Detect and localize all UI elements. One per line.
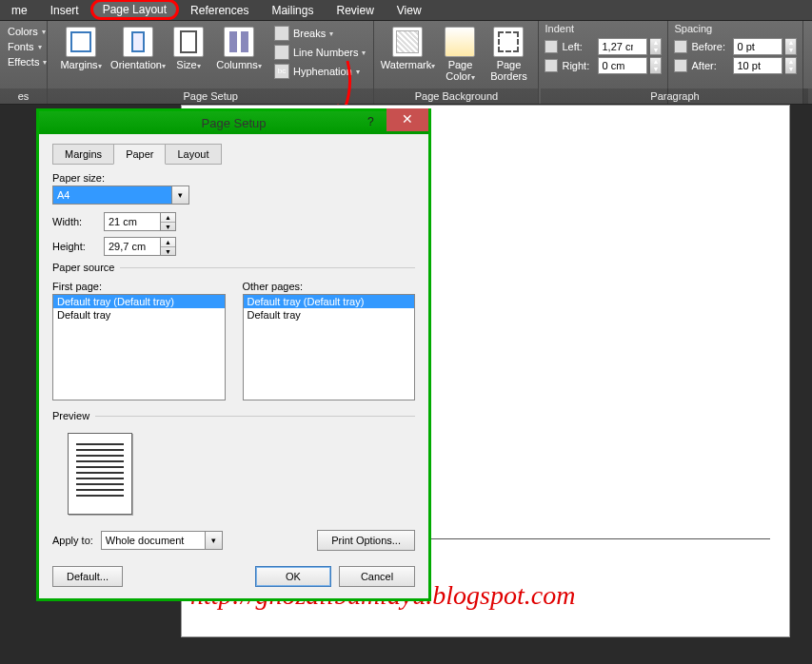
page-setup-group-label: Page Setup	[48, 88, 373, 104]
indent-left-input[interactable]	[598, 38, 647, 55]
print-options-button[interactable]: Print Options...	[317, 530, 415, 551]
size-icon	[173, 27, 204, 57]
list-item[interactable]: Default tray	[244, 308, 415, 322]
tab-references[interactable]: References	[179, 1, 260, 20]
paper-size-combo[interactable]	[52, 186, 172, 205]
paper-size-dropdown[interactable]: ▾	[172, 186, 189, 205]
spacing-after-spinner[interactable]: ▲▼	[785, 57, 797, 74]
height-input[interactable]	[104, 237, 161, 256]
spacing-after-label: After:	[691, 60, 729, 71]
breaks-button[interactable]: Breaks ▾	[272, 25, 367, 42]
columns-icon	[224, 27, 254, 57]
spacing-before-label: Before:	[691, 41, 729, 52]
tab-insert[interactable]: Insert	[39, 1, 90, 20]
other-pages-label: Other pages:	[243, 281, 416, 292]
themes-group-label: es	[0, 88, 47, 104]
default-button[interactable]: Default...	[52, 566, 123, 587]
dropdown-icon: ▾	[38, 43, 42, 51]
indent-right-label: Right:	[562, 60, 594, 71]
width-spinner[interactable]: ▲▼	[161, 212, 176, 231]
dialog-title: Page Setup	[202, 116, 267, 130]
theme-effects-button[interactable]: Effects▾	[6, 55, 41, 68]
spacing-after-input[interactable]	[733, 57, 782, 74]
tab-home[interactable]: me	[0, 1, 39, 20]
page-color-icon	[445, 27, 475, 57]
orientation-button[interactable]: Orientation▾	[110, 25, 166, 70]
indent-left-label: Left:	[562, 41, 594, 52]
preview-legend: Preview	[52, 410, 95, 421]
paper-source-legend: Paper source	[52, 262, 120, 273]
hyphenation-icon: bc	[274, 64, 289, 79]
watermark-button[interactable]: Watermark▾	[380, 25, 435, 70]
paragraph-group-label: Paragraph	[541, 88, 808, 104]
tab-view[interactable]: View	[386, 1, 433, 20]
width-input[interactable]	[104, 212, 161, 231]
page-background-group-label: Page Background	[374, 88, 538, 104]
dialog-tab-margins[interactable]: Margins	[52, 144, 114, 165]
indent-right-icon	[545, 59, 558, 72]
spacing-before-input[interactable]	[733, 38, 782, 55]
margins-icon	[66, 27, 96, 57]
ok-button[interactable]: OK	[255, 566, 331, 587]
size-button[interactable]: Size▾	[168, 25, 209, 70]
hyphenation-button[interactable]: bcHyphenation ▾	[272, 63, 367, 80]
list-item[interactable]: Default tray	[53, 308, 225, 322]
page-color-button[interactable]: Page Color▾	[437, 25, 483, 82]
dialog-help-button[interactable]: ?	[367, 115, 385, 132]
spacing-before-spinner[interactable]: ▲▼	[785, 38, 797, 55]
indent-title: Indent	[545, 23, 574, 34]
orientation-icon	[123, 27, 153, 57]
spacing-after-icon	[674, 59, 687, 72]
indent-right-spinner[interactable]: ▲▼	[650, 57, 662, 74]
width-label: Width:	[52, 216, 96, 227]
page-setup-dialog: Page Setup ? ✕ Margins Paper Layout Pape…	[36, 108, 431, 601]
indent-left-spinner[interactable]: ▲▼	[650, 38, 662, 55]
apply-to-combo[interactable]	[101, 531, 206, 550]
list-item[interactable]: Default tray (Default tray)	[53, 295, 225, 308]
apply-to-label: Apply to:	[52, 535, 93, 546]
dialog-close-button[interactable]: ✕	[386, 108, 428, 131]
cancel-button[interactable]: Cancel	[339, 566, 415, 587]
list-item[interactable]: Default tray (Default tray)	[244, 295, 415, 308]
preview-thumbnail	[68, 433, 132, 515]
dropdown-icon: ▾	[42, 28, 46, 36]
other-pages-listbox[interactable]: Default tray (Default tray) Default tray	[243, 294, 416, 400]
paper-size-label: Paper size:	[52, 172, 415, 184]
spacing-before-icon	[674, 40, 687, 53]
dialog-tab-paper[interactable]: Paper	[113, 144, 166, 165]
height-spinner[interactable]: ▲▼	[161, 237, 176, 256]
line-numbers-icon	[274, 45, 289, 60]
indent-right-input[interactable]	[598, 57, 647, 74]
page-borders-button[interactable]: Page Borders	[485, 25, 532, 82]
margins-button[interactable]: Margins▾	[53, 25, 109, 70]
height-label: Height:	[52, 241, 96, 252]
tab-review[interactable]: Review	[325, 1, 385, 20]
theme-fonts-button[interactable]: Fonts▾	[6, 40, 41, 53]
apply-to-dropdown[interactable]: ▾	[206, 531, 223, 550]
first-page-listbox[interactable]: Default tray (Default tray) Default tray	[52, 294, 226, 400]
dropdown-icon: ▾	[43, 58, 47, 67]
tab-mailings[interactable]: Mailings	[260, 1, 325, 20]
tab-page-layout[interactable]: Page Layout	[90, 0, 179, 20]
first-page-label: First page:	[52, 281, 226, 292]
page-borders-icon	[493, 27, 524, 57]
columns-button[interactable]: Columns▾	[211, 25, 267, 70]
dialog-tab-layout[interactable]: Layout	[165, 144, 221, 165]
line-numbers-button[interactable]: Line Numbers ▾	[272, 44, 367, 61]
spacing-title: Spacing	[674, 23, 712, 34]
indent-left-icon	[545, 40, 558, 53]
breaks-icon	[274, 26, 289, 41]
theme-colors-button[interactable]: Colors▾	[6, 25, 41, 38]
watermark-icon	[392, 27, 423, 57]
